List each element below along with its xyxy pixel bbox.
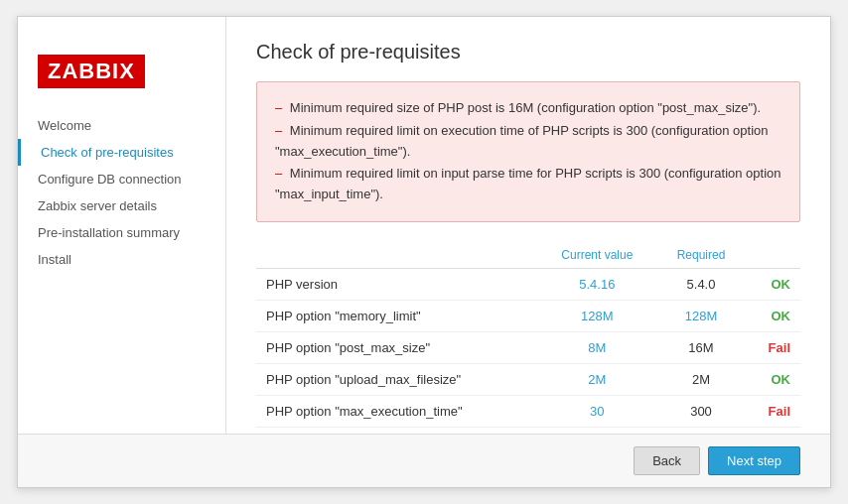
cell-status-2: Fail	[746, 331, 800, 363]
sidebar-item-label-5: Install	[38, 252, 71, 267]
sidebar-item-1[interactable]: Check of pre-requisites	[18, 139, 225, 166]
col-header-required: Required	[656, 242, 745, 269]
cell-required-2: 16M	[656, 331, 745, 363]
sidebar-item-label-3: Zabbix server details	[38, 198, 157, 213]
table-body: PHP version5.4.165.4.0OKPHP option "memo…	[256, 268, 800, 434]
cell-status-4: Fail	[746, 395, 800, 427]
cell-required-3: 2M	[656, 363, 745, 395]
cell-current-3: 2M	[537, 363, 656, 395]
col-header-status	[746, 242, 800, 269]
sidebar-nav: WelcomeCheck of pre-requisitesConfigure …	[18, 112, 225, 273]
cell-current-4: 30	[537, 395, 656, 427]
sidebar-item-label-2: Configure DB connection	[38, 172, 182, 187]
sidebar: ZABBIX WelcomeCheck of pre-requisitesCon…	[18, 17, 226, 434]
sidebar-item-3[interactable]: Zabbix server details	[18, 192, 225, 219]
sidebar-item-label-1: Check of pre-requisites	[41, 145, 174, 160]
sidebar-item-label-0: Welcome	[38, 118, 91, 133]
cell-required-1: 128M	[656, 300, 745, 331]
cell-param-4: PHP option "max_execution_time"	[256, 395, 537, 427]
main-content: Check of pre-requisites – Minimum requir…	[226, 17, 830, 434]
zabbix-logo: ZABBIX	[38, 55, 145, 88]
sidebar-item-2[interactable]: Configure DB connection	[18, 166, 225, 192]
footer: Back Next step	[18, 434, 830, 487]
cell-param-3: PHP option "upload_max_filesize"	[256, 363, 537, 395]
page-title: Check of pre-requisites	[256, 41, 800, 63]
error-item: – Minimum required limit on execution ti…	[275, 121, 781, 163]
table-row: PHP version5.4.165.4.0OK	[256, 268, 800, 300]
error-box: – Minimum required size of PHP post is 1…	[256, 81, 800, 222]
cell-required-0: 5.4.0	[656, 268, 745, 300]
next-step-button[interactable]: Next step	[708, 446, 800, 475]
table-row: PHP option "max_execution_time"30300Fail	[256, 395, 800, 427]
sidebar-item-0[interactable]: Welcome	[18, 112, 225, 139]
cell-param-0: PHP version	[256, 268, 537, 300]
cell-current-0: 5.4.16	[537, 268, 656, 300]
error-item: – Minimum required size of PHP post is 1…	[275, 98, 781, 119]
cell-param-2: PHP option "post_max_size"	[256, 331, 537, 363]
check-table: Current value Required PHP version5.4.16…	[256, 242, 800, 434]
back-button[interactable]: Back	[634, 446, 700, 475]
table-row: PHP option "upload_max_filesize"2M2MOK	[256, 363, 800, 395]
sidebar-item-label-4: Pre-installation summary	[38, 225, 180, 240]
cell-current-2: 8M	[537, 331, 656, 363]
cell-param-1: PHP option "memory_limit"	[256, 300, 537, 331]
table-row: PHP option "post_max_size"8M16MFail	[256, 331, 800, 363]
cell-required-4: 300	[656, 395, 745, 427]
col-header-current: Current value	[537, 242, 656, 269]
sidebar-item-4[interactable]: Pre-installation summary	[18, 219, 225, 246]
cell-status-3: OK	[746, 363, 800, 395]
error-item: – Minimum required limit on input parse …	[275, 164, 781, 205]
sidebar-item-5[interactable]: Install	[18, 246, 225, 273]
table-row: PHP option "memory_limit"128M128MOK	[256, 300, 800, 331]
col-header-param	[256, 242, 537, 269]
cell-current-1: 128M	[537, 300, 656, 331]
cell-status-0: OK	[746, 268, 800, 300]
logo-area: ZABBIX	[18, 37, 225, 112]
cell-status-1: OK	[746, 300, 800, 331]
main-window: ZABBIX WelcomeCheck of pre-requisitesCon…	[17, 16, 831, 488]
